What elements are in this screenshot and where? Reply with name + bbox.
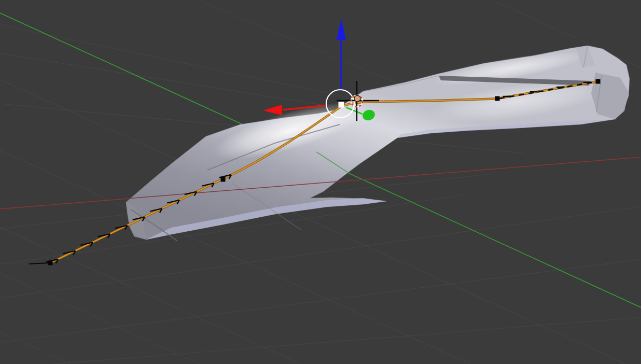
object-origin-dot	[354, 95, 360, 102]
blender-3d-viewport[interactable]	[0, 0, 641, 364]
curve-control-point[interactable]	[495, 96, 500, 101]
curve-control-point[interactable]	[221, 177, 226, 182]
curve-control-point[interactable]	[48, 261, 53, 265]
curve-control-point-selected[interactable]	[339, 102, 344, 108]
origin-dot	[354, 95, 360, 102]
curve-control-point[interactable]	[596, 79, 601, 84]
viewport-canvas[interactable]	[0, 0, 641, 364]
